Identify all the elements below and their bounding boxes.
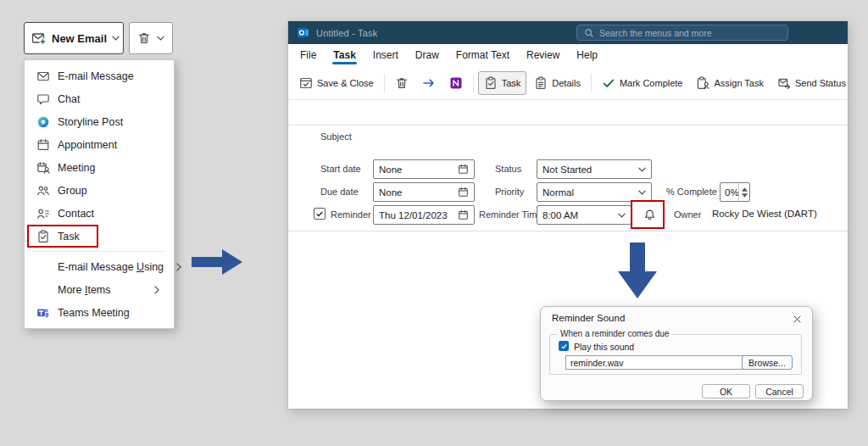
close-icon[interactable] <box>791 313 803 325</box>
toolbar-button-label: Task <box>502 78 521 88</box>
menu-item-teams-meeting[interactable]: Teams Meeting <box>25 301 174 324</box>
menu-item-more-items[interactable]: More Items <box>25 278 174 301</box>
menu-item-label: Contact <box>58 208 94 220</box>
menu-item-label: More Items <box>58 284 111 296</box>
send-report-icon <box>777 76 791 90</box>
mark-complete-button[interactable]: Mark Complete <box>596 71 689 95</box>
spinner-buttons[interactable] <box>738 183 749 201</box>
task-clipboard-icon <box>36 230 50 243</box>
ok-button[interactable]: OK <box>702 384 750 399</box>
menu-tab-help[interactable]: Help <box>568 44 606 66</box>
menu-tab-task[interactable]: Task <box>325 44 364 66</box>
menu-tab-format-text[interactable]: Format Text <box>448 44 518 66</box>
delete-item-button[interactable] <box>389 71 415 95</box>
status-value: Not Started <box>542 164 592 175</box>
group-label: When a reminder comes due <box>557 329 672 338</box>
divider <box>288 125 848 125</box>
cancel-button[interactable]: Cancel <box>755 384 804 399</box>
play-sound-label: Play this sound <box>574 342 634 352</box>
search-box[interactable]: Search the menus and more <box>576 25 788 41</box>
menu-item-appointment[interactable]: Appointment <box>25 133 174 156</box>
task-view-button[interactable]: Task <box>478 71 527 95</box>
reminder-label: Reminder <box>331 209 371 220</box>
outlook-logo-icon <box>297 26 309 39</box>
menu-item-chat[interactable]: Chat <box>25 87 174 110</box>
reminder-date-value: Thu 12/01/2023 <box>379 210 448 220</box>
due-date-input[interactable]: None <box>373 182 475 202</box>
submenu-arrow-icon <box>171 263 186 271</box>
spin-down-icon[interactable] <box>742 193 748 198</box>
percent-complete-value: 0% <box>721 187 738 198</box>
task-clipboard-icon <box>484 76 498 90</box>
reminder-time-select[interactable]: 8:00 AM <box>537 205 632 225</box>
trash-icon <box>395 76 409 90</box>
toolbar-separator <box>591 74 592 92</box>
subject-label: Subject <box>320 131 352 142</box>
save-close-button[interactable]: Save & Close <box>293 71 380 95</box>
menu-tab-insert[interactable]: Insert <box>364 44 407 66</box>
menu-tab-label: Draw <box>415 49 439 61</box>
chat-icon <box>36 92 50 106</box>
menu-item-task[interactable]: Task <box>25 225 174 248</box>
menu-tab-label: Review <box>526 49 559 61</box>
ok-button-label: OK <box>720 387 732 397</box>
menu-item-label: Task <box>58 231 80 243</box>
reminder-checkbox[interactable] <box>314 208 326 220</box>
reminder-group-box: When a reminder comes due Play this soun… <box>549 334 802 375</box>
priority-value: Normal <box>542 187 574 198</box>
new-item-menu: E-mail MessageChatStoryline PostAppointm… <box>24 59 175 329</box>
browse-button-label: Browse... <box>748 358 786 368</box>
calendar-icon[interactable] <box>458 164 469 175</box>
calendar-icon[interactable] <box>458 209 469 220</box>
menu-item-label: Appointment <box>58 139 117 151</box>
menu-item-storyline-post[interactable]: Storyline Post <box>25 110 174 133</box>
titlebar: Untitled - Task Search the menus and mor… <box>288 21 848 44</box>
menu-tab-label: Format Text <box>456 49 509 61</box>
menu-bar: FileTaskInsertDrawFormat TextReviewHelp <box>288 44 848 66</box>
play-sound-checkbox[interactable] <box>559 341 569 351</box>
search-icon <box>584 28 594 38</box>
due-date-value: None <box>379 187 403 198</box>
search-placeholder: Search the menus and more <box>599 28 712 38</box>
forward-button[interactable] <box>416 71 442 95</box>
details-view-button[interactable]: Details <box>528 71 587 95</box>
start-date-input[interactable]: None <box>373 159 475 179</box>
status-select[interactable]: Not Started <box>537 159 652 179</box>
details-icon <box>534 76 548 90</box>
delete-button[interactable] <box>129 22 173 54</box>
assign-task-button[interactable]: Assign Task <box>690 71 770 95</box>
menu-item-label: Group <box>58 185 87 197</box>
menu-item-group[interactable]: Group <box>25 179 174 202</box>
new-email-button[interactable]: New Email <box>24 22 124 54</box>
menu-item-label: E-mail Message Using <box>58 261 164 273</box>
priority-select[interactable]: Normal <box>537 182 652 202</box>
menu-tab-review[interactable]: Review <box>518 44 568 66</box>
menu-item-label: Meeting <box>58 162 95 174</box>
reminder-sound-button[interactable] <box>638 205 660 225</box>
priority-label: Priority <box>495 187 524 197</box>
start-date-value: None <box>379 164 403 175</box>
menu-item-meeting[interactable]: Meeting <box>25 156 174 179</box>
owner-label: Owner <box>674 209 701 220</box>
dialog-title: Reminder Sound <box>552 313 625 323</box>
onenote-button[interactable] <box>443 71 469 95</box>
menu-item-contact[interactable]: Contact <box>25 202 174 225</box>
menu-item-e-mail-message[interactable]: E-mail Message <box>25 64 174 87</box>
menu-tab-file[interactable]: File <box>292 44 325 66</box>
spin-up-icon[interactable] <box>742 187 748 192</box>
send-status-report-button[interactable]: Send Status Report <box>771 71 848 95</box>
percent-complete-spinner[interactable]: 0% <box>720 182 750 202</box>
reminder-date-input[interactable]: Thu 12/01/2023 <box>373 205 475 225</box>
calendar-icon[interactable] <box>458 187 469 198</box>
menu-tab-draw[interactable]: Draw <box>407 44 448 66</box>
menu-item-label: Teams Meeting <box>58 307 130 319</box>
divider <box>288 231 848 231</box>
browse-button[interactable]: Browse... <box>742 355 793 370</box>
menu-item-e-mail-message-using[interactable]: E-mail Message Using <box>25 255 174 278</box>
toolbar-button-label: Save & Close <box>317 78 374 88</box>
toolbar-button-label: Details <box>552 78 581 88</box>
menu-tab-label: Insert <box>373 49 398 61</box>
sound-file-input[interactable]: reminder.wav <box>565 355 745 370</box>
chevron-down-icon[interactable] <box>112 36 120 41</box>
chevron-down-icon[interactable] <box>157 36 164 41</box>
